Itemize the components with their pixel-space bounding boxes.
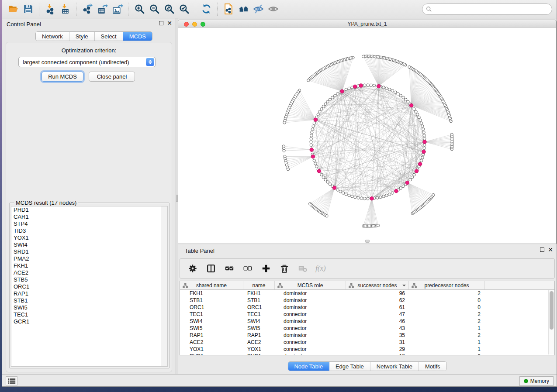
cell-name[interactable]: ORC1: [243, 304, 275, 311]
mcds-result-item[interactable]: GCR1: [11, 318, 167, 325]
leaf-node[interactable]: [283, 149, 285, 152]
tab-style[interactable]: Style: [69, 32, 95, 41]
network-node[interactable]: [326, 100, 329, 103]
network-node[interactable]: [423, 138, 426, 140]
network-node[interactable]: [391, 89, 394, 92]
float-table-panel-icon[interactable]: [540, 248, 544, 252]
cell-successor_nodes[interactable]: 62: [346, 297, 409, 304]
network-node[interactable]: [342, 192, 344, 194]
show-columns-icon[interactable]: [205, 263, 217, 274]
cell-predecessor_nodes[interactable]: 0: [409, 353, 485, 355]
network-node[interactable]: [354, 196, 356, 199]
cell-mcds_role[interactable]: dominator: [275, 304, 346, 311]
network-node[interactable]: [388, 193, 391, 196]
column-header-successor-nodes[interactable]: successor nodes: [346, 281, 409, 289]
export-image-icon[interactable]: [111, 3, 124, 16]
memory-button[interactable]: Memory: [519, 376, 554, 386]
mcds-result-item[interactable]: SRD1: [11, 248, 167, 255]
network-node[interactable]: [416, 113, 419, 116]
network-node[interactable]: [322, 105, 325, 108]
network-node[interactable]: [373, 84, 375, 87]
network-node[interactable]: [310, 134, 313, 137]
select-all-icon[interactable]: [224, 263, 235, 274]
mcds-result-item[interactable]: FKH1: [11, 262, 167, 269]
network-node[interactable]: [313, 122, 315, 124]
network-node[interactable]: [423, 134, 426, 137]
leaf-node[interactable]: [408, 65, 411, 68]
network-node[interactable]: [385, 194, 388, 197]
leaf-node[interactable]: [287, 168, 289, 171]
network-node[interactable]: [357, 196, 360, 199]
network-node[interactable]: [331, 96, 334, 99]
cell-mcds_role[interactable]: connector: [275, 346, 346, 353]
network-node[interactable]: [413, 108, 415, 110]
network-node[interactable]: [419, 119, 422, 121]
hide-glasses-icon[interactable]: [252, 3, 265, 16]
network-node[interactable]: [363, 84, 366, 86]
network-node[interactable]: [367, 197, 369, 200]
mcds-result-item[interactable]: YOX1: [11, 234, 167, 241]
network-node[interactable]: [351, 195, 353, 198]
unselect-all-icon[interactable]: [242, 263, 253, 274]
network-node[interactable]: [348, 194, 350, 197]
network-node[interactable]: [310, 141, 312, 143]
tab-motifs[interactable]: Motifs: [419, 362, 446, 371]
tab-network-table[interactable]: Network Table: [370, 362, 419, 371]
network-node[interactable]: [334, 94, 336, 97]
mcds-hub-node[interactable]: [314, 118, 317, 121]
network-node[interactable]: [423, 147, 426, 149]
network-node[interactable]: [382, 86, 385, 89]
cell-predecessor_nodes[interactable]: 2: [409, 311, 485, 318]
table-row[interactable]: ACE2ACE2connector311: [180, 339, 554, 346]
network-node[interactable]: [336, 189, 339, 191]
task-history-button[interactable]: [6, 376, 17, 385]
cell-shared_name[interactable]: SWI4: [180, 318, 243, 325]
network-node[interactable]: [415, 110, 417, 113]
tab-mcds[interactable]: MCDS: [123, 32, 152, 41]
mcds-result-item[interactable]: PMA2: [11, 255, 167, 262]
export-network-icon[interactable]: [81, 3, 94, 16]
mcds-hub-node[interactable]: [370, 196, 374, 200]
cell-mcds_role[interactable]: dominator: [275, 290, 346, 297]
network-node[interactable]: [348, 87, 350, 89]
network-node[interactable]: [397, 93, 399, 95]
mcds-hub-node[interactable]: [359, 84, 363, 87]
mcds-hub-node[interactable]: [353, 85, 357, 88]
network-node[interactable]: [310, 144, 312, 146]
network-node[interactable]: [339, 190, 342, 193]
network-node[interactable]: [382, 195, 385, 198]
cell-successor_nodes[interactable]: 31: [346, 339, 409, 346]
cell-mcds_role[interactable]: dominator: [275, 332, 346, 339]
mcds-hub-node[interactable]: [418, 162, 422, 166]
mcds-list-scrollbar[interactable]: [161, 206, 167, 366]
network-node[interactable]: [326, 181, 329, 183]
network-titlebar[interactable]: YPA_prune.txt_1: [178, 20, 556, 28]
network-node[interactable]: [399, 94, 402, 97]
tab-network[interactable]: Network: [36, 32, 69, 41]
cell-shared_name[interactable]: RAP1: [180, 332, 243, 339]
table-row[interactable]: ORC1ORC1dominator610: [180, 304, 554, 311]
cell-mcds_role[interactable]: dominator: [275, 353, 346, 355]
delete-column-icon[interactable]: [279, 263, 290, 274]
refresh-icon[interactable]: [200, 3, 213, 16]
add-column-icon[interactable]: [260, 263, 272, 274]
mcds-result-item[interactable]: STB1: [11, 297, 167, 304]
zoom-out-icon[interactable]: [148, 3, 161, 16]
optimization-criterion-select[interactable]: largest connected component (undirected): [18, 57, 156, 67]
cell-mcds_role[interactable]: connector: [275, 311, 346, 318]
network-node[interactable]: [423, 144, 426, 146]
network-node[interactable]: [324, 103, 327, 105]
network-node[interactable]: [310, 138, 312, 140]
column-header-MCDS-role[interactable]: MCDS role: [275, 281, 346, 289]
mcds-hub-node[interactable]: [311, 155, 315, 158]
cell-name[interactable]: ACE2: [243, 339, 275, 346]
network-node[interactable]: [345, 88, 347, 91]
leaf-node[interactable]: [432, 193, 435, 196]
network-node[interactable]: [363, 197, 366, 200]
network-node[interactable]: [379, 196, 382, 199]
leaf-node[interactable]: [325, 214, 328, 217]
cell-successor_nodes[interactable]: 35: [346, 332, 409, 339]
network-node[interactable]: [376, 196, 379, 199]
cell-shared_name[interactable]: STB1: [180, 297, 243, 304]
network-file-icon[interactable]: [222, 3, 235, 16]
